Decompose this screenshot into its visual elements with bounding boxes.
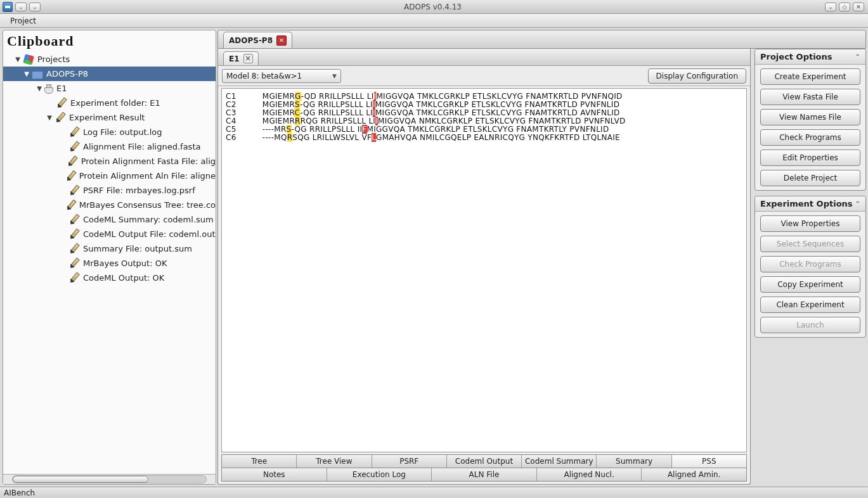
project-option-button[interactable]: View Fasta File — [760, 89, 860, 105]
bottom-tab[interactable]: Codeml Summary — [522, 455, 597, 468]
tree-experiment-e1[interactable]: ▼ E1 — [3, 81, 216, 96]
bottom-tab-group: TreeTree ViewPSRFCodeml OutputCodeml Sum… — [221, 454, 747, 482]
experiment-option-button[interactable]: Clean Experiment — [760, 297, 860, 313]
close-window-button[interactable]: ✕ — [853, 3, 864, 11]
pencil-icon — [66, 182, 82, 198]
tree-file-item[interactable]: Log File: output.log — [3, 125, 216, 139]
bottom-tab[interactable]: Tree View — [297, 455, 372, 468]
tree-file-item[interactable]: CodeML Output File: codeml.out — [3, 227, 216, 241]
pencil-icon — [66, 124, 82, 140]
tree-root-projects[interactable]: ▼ Projects — [3, 52, 216, 67]
tree-file-item[interactable]: MrBayes Output: OK — [3, 256, 216, 271]
tree-file-item[interactable]: CodeML Output: OK — [3, 271, 216, 285]
pencil-icon — [66, 241, 82, 257]
projects-icon — [23, 54, 34, 65]
project-tab-close[interactable]: ✕ — [276, 35, 287, 46]
folder-icon — [32, 71, 43, 79]
project-option-button[interactable]: Delete Project — [760, 170, 860, 186]
pencil-icon — [66, 139, 82, 155]
bottom-tab[interactable]: ALN File — [432, 468, 537, 481]
bottom-tab[interactable]: Execution Log — [327, 468, 432, 481]
pencil-icon — [66, 270, 82, 286]
project-options-title: Project Options — [760, 52, 832, 61]
titlebar-menu-btn-1[interactable]: ⌄ — [15, 3, 27, 11]
alignment-toolbar: Model 8: beta&w>1 ▼ Display Configuratio… — [218, 66, 750, 86]
experiment-options-title: Experiment Options — [760, 199, 853, 208]
pencil-icon — [66, 212, 82, 227]
bottom-tab[interactable]: Aligned Amin. — [642, 468, 746, 481]
experiment-option-button: Check Programs — [760, 256, 860, 272]
experiment-option-button[interactable]: Copy Experiment — [760, 276, 860, 293]
experiment-tab-bar: E1 ✕ — [218, 49, 750, 66]
statusbar: AIBench — [0, 487, 868, 498]
window-title: ADOPS v0.4.13 — [41, 3, 825, 11]
alignment-view[interactable]: C1 MGIEMRG-QD RRILLPSLLL LIIMIGGVQA TMKL… — [221, 88, 747, 452]
statusbar-text: AIBench — [4, 488, 35, 497]
experiment-option-button[interactable]: View Properties — [760, 215, 860, 232]
titlebar: ⌄ ⌄ ADOPS v0.4.13 ⌄ ◇ ✕ — [0, 0, 868, 14]
maximize-button[interactable]: ◇ — [839, 3, 850, 11]
pencil-icon — [66, 226, 82, 242]
bottom-tab[interactable]: Notes — [222, 468, 327, 481]
bottom-tab[interactable]: Codeml Output — [447, 455, 522, 468]
tree-file-item[interactable]: MrBayes Consensus Tree: tree.co — [3, 198, 216, 212]
tree-experiment-result[interactable]: ▼ Experiment Result — [3, 110, 216, 125]
sidebar-logo: Clipboard — [7, 33, 212, 49]
tree-experiment-folder[interactable]: Experiment folder: E1 — [3, 96, 216, 110]
pencil-icon — [63, 168, 79, 184]
pencil-icon — [53, 95, 69, 111]
app-icon — [3, 2, 13, 12]
bottom-tab[interactable]: PSRF — [372, 455, 447, 468]
tree-file-item[interactable]: PSRF File: mrbayes.log.psrf — [3, 183, 216, 198]
tree-file-item[interactable]: Protein Alignment Fasta File: alig — [3, 154, 216, 169]
tree-file-item[interactable]: CodeML Summary: codeml.sum — [3, 212, 216, 227]
menubar: Project — [0, 14, 868, 28]
bottom-tab[interactable]: PSS — [672, 455, 746, 468]
project-tab-bar: ADOPS-P8 ✕ — [217, 30, 866, 49]
flask-icon — [44, 83, 53, 94]
pencil-icon — [63, 197, 79, 213]
titlebar-menu-btn-2[interactable]: ⌄ — [29, 3, 41, 11]
project-option-button[interactable]: Check Programs — [760, 129, 860, 146]
alignment-row: C6 ----MQRSQG LRILLWSLVL VFLGMAHVQA NMIL… — [226, 134, 742, 142]
tree-project-adops-p8[interactable]: ▼ ADOPS-P8 — [3, 67, 216, 81]
experiment-option-button: Select Sequences — [760, 236, 860, 252]
pencil-icon — [64, 153, 80, 169]
project-option-button[interactable]: Create Experiment — [760, 68, 860, 85]
pencil-icon — [52, 110, 68, 125]
sidebar: Clipboard ▼ Projects ▼ ADOPS-P8 ▼ E1 Exp… — [3, 30, 216, 485]
pencil-icon — [66, 255, 82, 271]
bottom-tab[interactable]: Tree — [222, 455, 297, 468]
menu-project[interactable]: Project — [6, 15, 40, 27]
sidebar-hscroll[interactable] — [3, 474, 216, 484]
display-configuration-button[interactable]: Display Configuration — [648, 68, 746, 84]
tree-file-item[interactable]: Protein Alignment Aln File: aligne — [3, 169, 216, 183]
bottom-tab[interactable]: Summary — [597, 455, 671, 468]
model-select[interactable]: Model 8: beta&w>1 ▼ — [222, 69, 341, 83]
experiment-options-panel: Experiment Options ⌃ View PropertiesSele… — [755, 196, 866, 338]
experiment-option-button: Launch — [760, 317, 860, 333]
collapse-icon[interactable]: ⌃ — [855, 200, 860, 207]
project-option-button[interactable]: Edit Properties — [760, 150, 860, 166]
project-options-panel: Project Options ⌃ Create ExperimentView … — [755, 49, 866, 191]
minimize-button[interactable]: ⌄ — [825, 3, 836, 11]
tree-file-item[interactable]: Alignment File: aligned.fasta — [3, 139, 216, 154]
experiment-tab-close[interactable]: ✕ — [243, 54, 253, 63]
project-tree[interactable]: ▼ Projects ▼ ADOPS-P8 ▼ E1 Experiment fo… — [3, 51, 216, 474]
collapse-icon[interactable]: ⌃ — [855, 53, 860, 60]
project-tab[interactable]: ADOPS-P8 ✕ — [223, 32, 292, 48]
project-option-button[interactable]: View Names File — [760, 109, 860, 125]
bottom-tab[interactable]: Aligned Nucl. — [537, 468, 642, 481]
chevron-down-icon: ▼ — [332, 73, 337, 79]
experiment-tab[interactable]: E1 ✕ — [223, 51, 259, 65]
tree-file-item[interactable]: Summary File: output.sum — [3, 241, 216, 256]
